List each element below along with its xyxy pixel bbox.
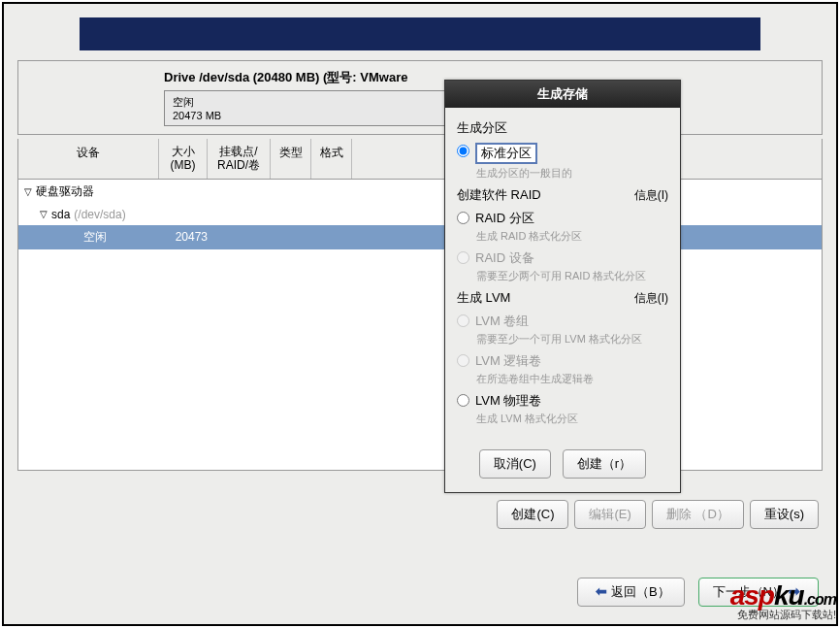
create-button[interactable]: 创建(C): [497, 500, 568, 529]
radio-lvm-vg: [457, 314, 469, 327]
section-partition: 生成分区: [457, 119, 668, 137]
option-standard-partition[interactable]: 标准分区: [457, 143, 668, 164]
label-lvm-vg: LVM 卷组: [475, 313, 529, 330]
wm-asp: asp: [730, 580, 774, 611]
option-lvm-vg: LVM 卷组: [457, 313, 668, 330]
label-standard: 标准分区: [475, 143, 537, 164]
reset-button[interactable]: 重设(s): [750, 500, 819, 529]
sub-lvm-lv: 在所选卷组中生成逻辑卷: [476, 372, 668, 386]
tree-root-label: 硬盘驱动器: [36, 183, 94, 200]
back-button[interactable]: ⬅返回（B）: [577, 578, 685, 607]
expand-icon[interactable]: ▽: [24, 186, 32, 197]
sub-lvm-pv: 生成 LVM 格式化分区: [476, 412, 668, 426]
delete-button: 删除 （D）: [652, 500, 744, 529]
partition-tree[interactable]: ▽硬盘驱动器 ▽sda (/dev/sda) 空闲 20473: [17, 180, 823, 471]
tree-free-label: 空闲: [83, 229, 107, 246]
dialog-button-row: 取消(C) 创建（r）: [445, 440, 680, 492]
watermark: aspku.com 免费网站源码下载站!: [730, 580, 836, 622]
label-lvm-lv: LVM 逻辑卷: [475, 352, 541, 370]
tree-sda-label: sda: [51, 208, 70, 221]
radio-raid-dev: [457, 251, 469, 264]
sub-raid-part: 生成 RAID 格式化分区: [476, 229, 668, 244]
dialog-cancel-button[interactable]: 取消(C): [479, 449, 551, 479]
arrow-left-icon: ⬅: [596, 583, 607, 599]
create-storage-dialog: 生成存储 生成分区 标准分区 生成分区的一般目的 创建软件 RAID信息(I) …: [444, 80, 681, 493]
option-raid-partition[interactable]: RAID 分区: [457, 210, 668, 227]
radio-standard[interactable]: [457, 145, 469, 157]
info-link-lvm[interactable]: 信息(I): [634, 290, 668, 307]
section-lvm: 生成 LVM信息(I): [457, 289, 668, 307]
wm-ku: ku: [774, 580, 804, 611]
option-raid-device: RAID 设备: [457, 249, 668, 267]
sub-lvm-vg: 需要至少一个可用 LVM 格式化分区: [476, 332, 668, 347]
label-lvm-pv: LVM 物理卷: [475, 392, 541, 410]
section-raid: 创建软件 RAID信息(I): [457, 186, 668, 204]
header-device[interactable]: 设备: [18, 139, 159, 179]
installer-window: Drive /dev/sda (20480 MB) (型号: VMware 空闲…: [2, 2, 838, 626]
expand-icon[interactable]: ▽: [40, 209, 48, 219]
tree-sda-path: (/dev/sda): [74, 208, 125, 221]
option-lvm-pv[interactable]: LVM 物理卷: [457, 392, 668, 410]
radio-raid-part[interactable]: [457, 212, 469, 224]
banner: [80, 17, 760, 50]
tree-free-size: 20473: [165, 230, 213, 244]
label-raid-dev: RAID 设备: [475, 249, 534, 267]
header-type[interactable]: 类型: [271, 139, 311, 179]
header-mount[interactable]: 挂载点/ RAID/卷: [208, 139, 271, 179]
tree-row-free[interactable]: 空闲 20473: [18, 225, 822, 249]
tree-row-root[interactable]: ▽硬盘驱动器: [18, 180, 822, 204]
radio-lvm-pv[interactable]: [457, 394, 469, 407]
dialog-create-button[interactable]: 创建（r）: [563, 449, 646, 479]
dialog-title: 生成存储: [445, 81, 680, 108]
sub-raid-dev: 需要至少两个可用 RAID 格式化分区: [476, 269, 668, 283]
label-raid-part: RAID 分区: [475, 210, 534, 227]
header-size[interactable]: 大小 (MB): [159, 139, 208, 179]
partition-table-header: 设备 大小 (MB) 挂载点/ RAID/卷 类型 格式: [17, 139, 823, 180]
wm-com: .com: [804, 591, 836, 608]
radio-lvm-lv: [457, 354, 469, 367]
partition-action-buttons: 创建(C) 编辑(E) 删除 （D） 重设(s): [497, 500, 819, 529]
header-format[interactable]: 格式: [311, 139, 352, 179]
back-label: 返回（B）: [611, 584, 670, 599]
wm-sub: 免费网站源码下载站!: [730, 608, 836, 622]
option-lvm-lv: LVM 逻辑卷: [457, 352, 668, 370]
edit-button: 编辑(E): [574, 500, 645, 529]
tree-row-sda[interactable]: ▽sda (/dev/sda): [18, 204, 822, 225]
sub-standard: 生成分区的一般目的: [476, 166, 668, 181]
drive-summary-panel: Drive /dev/sda (20480 MB) (型号: VMware 空闲…: [17, 60, 823, 135]
info-link-raid[interactable]: 信息(I): [634, 187, 668, 204]
